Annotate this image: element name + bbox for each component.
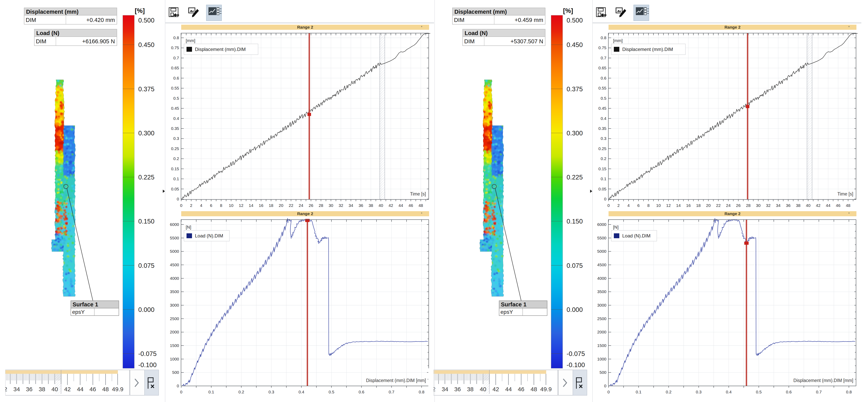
svg-text:*: *	[421, 25, 422, 29]
svg-text:[%]: [%]	[135, 7, 145, 14]
svg-text:500: 500	[172, 370, 179, 375]
svg-text:0.55: 0.55	[598, 86, 607, 90]
svg-text:42: 42	[64, 386, 71, 392]
svg-text:46: 46	[408, 203, 413, 208]
svg-text:0.05: 0.05	[171, 187, 179, 191]
svg-text:38: 38	[467, 386, 473, 392]
svg-text:0.8: 0.8	[419, 390, 424, 394]
svg-text:Range 2: Range 2	[724, 211, 741, 216]
svg-text:0.1: 0.1	[174, 176, 179, 181]
svg-text:10: 10	[229, 203, 234, 208]
svg-text:24: 24	[299, 203, 303, 208]
svg-text:20: 20	[706, 203, 711, 208]
svg-text:44: 44	[77, 386, 83, 392]
svg-text:0.15: 0.15	[171, 167, 179, 171]
svg-text:48: 48	[846, 203, 850, 208]
svg-text:38: 38	[369, 203, 373, 208]
svg-text:0.2: 0.2	[666, 390, 672, 394]
svg-text:0.1: 0.1	[601, 176, 607, 181]
svg-text:0.5: 0.5	[756, 390, 762, 394]
svg-text:0: 0	[180, 390, 182, 394]
svg-text:+0.420 mm: +0.420 mm	[86, 17, 115, 23]
svg-text:Load (N).DIM: Load (N).DIM	[195, 233, 223, 238]
svg-text:4000: 4000	[170, 276, 179, 280]
svg-text:Displacement (mm): Displacement (mm)	[455, 9, 507, 15]
svg-text:0.1: 0.1	[209, 390, 214, 394]
svg-text:0.7: 0.7	[174, 56, 179, 60]
svg-text:-0.075: -0.075	[138, 350, 157, 357]
svg-text:1500: 1500	[597, 343, 607, 348]
svg-text:6000: 6000	[597, 222, 607, 227]
svg-text:Displacement (mm).DIM [mm]: Displacement (mm).DIM [mm]	[366, 378, 426, 383]
svg-text:0.75: 0.75	[598, 45, 607, 50]
svg-text:2500: 2500	[597, 316, 607, 321]
svg-text:0.150: 0.150	[138, 217, 155, 225]
svg-text:0.000: 0.000	[138, 306, 155, 313]
svg-text:epsY: epsY	[72, 309, 85, 315]
svg-text:Range 2: Range 2	[724, 25, 741, 29]
svg-text:0.65: 0.65	[598, 66, 607, 70]
svg-text:36: 36	[786, 203, 790, 208]
svg-text:4000: 4000	[597, 276, 607, 280]
svg-text:6000: 6000	[170, 222, 179, 227]
svg-text:0.075: 0.075	[138, 262, 155, 269]
svg-text:5000: 5000	[170, 249, 179, 254]
svg-text:0: 0	[608, 203, 610, 208]
svg-text:0.150: 0.150	[566, 217, 583, 225]
svg-text:0: 0	[177, 197, 179, 201]
svg-text:2: 2	[190, 203, 192, 208]
svg-text:+0.459 mm: +0.459 mm	[515, 17, 543, 23]
svg-text:14: 14	[249, 203, 254, 208]
svg-text:2: 2	[617, 203, 620, 208]
svg-text:Displacement (mm): Displacement (mm)	[26, 9, 79, 15]
svg-text:0.4: 0.4	[726, 390, 732, 394]
svg-text:0.5: 0.5	[174, 96, 179, 100]
svg-text:0.35: 0.35	[598, 126, 607, 131]
svg-text:0.6: 0.6	[359, 390, 364, 394]
svg-text:0.15: 0.15	[598, 167, 607, 171]
svg-text:0.375: 0.375	[566, 86, 583, 93]
svg-text:36: 36	[454, 386, 461, 392]
svg-text:0.000: 0.000	[566, 306, 583, 313]
svg-text:0.225: 0.225	[566, 174, 583, 181]
svg-text:Range 2: Range 2	[297, 25, 313, 29]
svg-text:0.7: 0.7	[816, 390, 822, 394]
svg-text:24: 24	[726, 203, 731, 208]
svg-text:0.3: 0.3	[269, 390, 274, 394]
svg-text:0.500: 0.500	[566, 16, 583, 24]
svg-text:8: 8	[647, 203, 650, 208]
svg-text:0.8: 0.8	[601, 35, 607, 40]
svg-text:0.2: 0.2	[601, 156, 607, 161]
svg-text:0.3: 0.3	[601, 136, 607, 141]
svg-text:[N]: [N]	[613, 225, 619, 230]
svg-text:40: 40	[51, 386, 58, 392]
svg-text:0.6: 0.6	[601, 76, 607, 80]
svg-text:16: 16	[259, 203, 264, 208]
svg-text:+6166.905 N: +6166.905 N	[82, 38, 115, 44]
svg-text:*: *	[848, 212, 849, 216]
svg-text:28: 28	[319, 203, 323, 208]
svg-text:38: 38	[796, 203, 800, 208]
svg-text:0.450: 0.450	[138, 41, 155, 48]
svg-text:36: 36	[359, 203, 363, 208]
svg-text:0.500: 0.500	[138, 16, 155, 24]
svg-text:0.5: 0.5	[601, 96, 607, 100]
svg-text:DIM: DIM	[454, 17, 464, 23]
svg-text:46: 46	[518, 386, 524, 392]
svg-text:3000: 3000	[597, 303, 607, 307]
svg-text:0.35: 0.35	[171, 126, 179, 131]
svg-text:28: 28	[746, 203, 750, 208]
svg-text:[mm]: [mm]	[613, 38, 623, 43]
svg-text:40: 40	[378, 203, 383, 208]
svg-text:Time [s]: Time [s]	[410, 191, 426, 197]
svg-text:2000: 2000	[170, 330, 179, 334]
svg-text:0: 0	[177, 383, 179, 388]
svg-text:0.75: 0.75	[171, 45, 179, 50]
svg-text:0.375: 0.375	[138, 86, 155, 93]
svg-text:5500: 5500	[597, 236, 607, 240]
svg-text:42: 42	[492, 386, 499, 392]
svg-text:34: 34	[349, 203, 353, 208]
svg-text:0.6: 0.6	[174, 76, 179, 80]
svg-text:48: 48	[102, 386, 108, 392]
svg-text:26: 26	[309, 203, 313, 208]
